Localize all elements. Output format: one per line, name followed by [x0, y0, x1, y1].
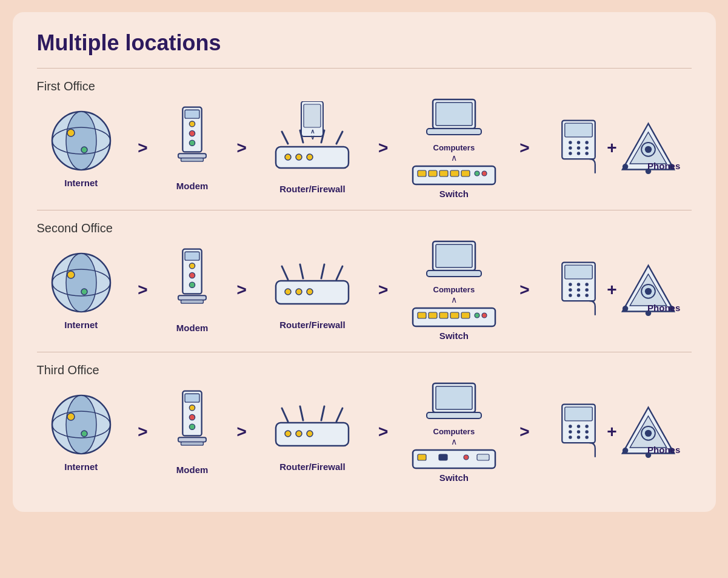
computers-label-3: Computers: [433, 427, 475, 436]
svg-point-9: [189, 140, 195, 146]
office-row-3: Third Office Internet >: [37, 352, 692, 494]
office-row-2: Second Office Internet >: [37, 210, 692, 352]
switch-icon-1: [412, 163, 496, 187]
svg-point-91: [586, 288, 589, 291]
svg-point-44: [577, 152, 580, 155]
phones-label-2: Phones: [647, 303, 680, 313]
internet-label-3: Internet: [64, 462, 98, 472]
svg-point-86: [569, 283, 572, 286]
plus-2: +: [607, 280, 616, 300]
svg-point-136: [577, 430, 580, 433]
svg-point-138: [569, 435, 572, 439]
svg-rect-80: [450, 312, 459, 318]
laptop-icon-2: [424, 238, 484, 284]
svg-rect-10: [178, 153, 206, 158]
modem-device-1: Modem: [171, 104, 213, 191]
svg-point-82: [475, 313, 479, 318]
arrow-3d: >: [519, 422, 529, 442]
svg-point-34: [482, 171, 487, 176]
internet-label-1: Internet: [64, 178, 98, 188]
switch-label-3: Switch: [439, 472, 469, 483]
svg-point-147: [644, 429, 651, 436]
arrow-3c: >: [378, 422, 388, 442]
svg-point-110: [189, 414, 195, 420]
svg-point-23: [307, 154, 313, 160]
router-icon-2: [270, 249, 355, 316]
svg-rect-79: [439, 312, 448, 318]
svg-point-120: [296, 431, 302, 437]
internet-device-3: Internet: [48, 391, 115, 472]
svg-rect-124: [427, 412, 481, 418]
svg-point-62: [189, 282, 195, 287]
svg-rect-28: [418, 170, 426, 176]
svg-point-119: [285, 431, 291, 437]
svg-rect-30: [439, 170, 448, 176]
svg-line-66: [300, 264, 303, 278]
svg-point-21: [285, 154, 291, 160]
svg-point-137: [586, 430, 589, 433]
svg-rect-13: [304, 104, 321, 127]
svg-rect-85: [565, 265, 592, 279]
svg-point-22: [296, 154, 302, 160]
svg-rect-131: [565, 407, 592, 421]
arrow-1a: >: [138, 138, 147, 158]
svg-rect-112: [178, 437, 206, 442]
svg-text:∨: ∨: [310, 134, 315, 141]
arrow-2d: >: [519, 280, 529, 300]
router-device-1: ∧ ∨ Router/Firewall: [270, 101, 355, 194]
svg-rect-29: [429, 170, 437, 176]
svg-line-116: [321, 406, 324, 420]
computers-label-2: Computers: [433, 285, 475, 294]
svg-point-121: [307, 431, 313, 437]
svg-point-56: [67, 271, 75, 278]
svg-point-1: [66, 112, 96, 170]
svg-point-7: [189, 121, 195, 127]
svg-point-134: [586, 425, 589, 428]
modem-icon-3: [171, 388, 213, 461]
router-label-3: Router/Firewall: [279, 462, 345, 472]
svg-point-93: [577, 294, 580, 297]
internet-device-2: Internet: [48, 249, 115, 330]
svg-point-89: [569, 288, 572, 291]
svg-point-60: [189, 263, 195, 269]
arrow-1b: >: [237, 138, 247, 158]
switch-label-1: Switch: [439, 189, 469, 199]
arrow-3b: >: [237, 422, 247, 442]
modem-label-2: Modem: [176, 323, 209, 333]
svg-rect-77: [418, 312, 426, 318]
svg-point-61: [189, 272, 195, 278]
caret-3: ∧: [451, 437, 457, 446]
svg-point-92: [569, 294, 572, 297]
network-flow-2: Internet > Modem >: [37, 238, 692, 341]
svg-line-65: [282, 266, 288, 280]
svg-rect-64: [181, 300, 204, 304]
svg-point-90: [577, 288, 580, 291]
computers-switch-2: Computers ∧ Switch: [412, 238, 496, 341]
svg-point-40: [569, 146, 572, 149]
svg-rect-6: [185, 110, 199, 118]
svg-rect-81: [461, 312, 470, 318]
svg-point-70: [285, 289, 291, 295]
svg-point-37: [569, 141, 572, 144]
globe-icon-3: [48, 391, 115, 458]
network-flow-1: Internet > Modem >: [37, 96, 692, 199]
desk-phone-2: [553, 260, 604, 320]
svg-point-133: [577, 425, 580, 428]
svg-point-43: [569, 152, 572, 155]
arrow-3a: >: [138, 422, 147, 442]
svg-point-83: [482, 313, 487, 318]
arrow-2a: >: [138, 280, 147, 300]
svg-point-41: [577, 146, 580, 149]
svg-point-143: [622, 448, 627, 453]
svg-point-52: [644, 146, 651, 152]
router-icon-1: ∧ ∨: [270, 101, 355, 180]
laptop-icon-1: [424, 96, 484, 142]
svg-line-67: [321, 264, 324, 278]
svg-rect-126: [418, 454, 426, 460]
svg-point-48: [622, 164, 627, 169]
router-device-2: Router/Firewall: [270, 249, 355, 330]
office-label-1: First Office: [37, 79, 95, 93]
phones-label-3: Phones: [647, 445, 680, 455]
internet-label-2: Internet: [64, 320, 98, 330]
svg-point-3: [67, 129, 75, 136]
